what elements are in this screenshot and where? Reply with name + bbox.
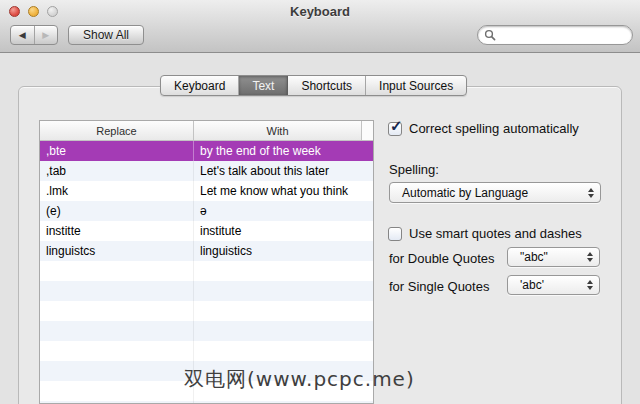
smart-quotes-row: ✓ Use smart quotes and dashes xyxy=(388,226,582,241)
tab-keyboard[interactable]: Keyboard xyxy=(161,76,239,95)
cell-replace xyxy=(40,321,194,341)
replacements-table: Replace With ,bteby the end of the week,… xyxy=(39,120,374,404)
smart-quotes-checkbox[interactable]: ✓ xyxy=(388,227,402,241)
table-row[interactable]: .lmkLet me know what you think xyxy=(40,181,373,201)
cell-with: linguistics xyxy=(194,241,373,261)
tab-text[interactable]: Text xyxy=(239,76,288,95)
nav-button-group: ◀ ▶ xyxy=(10,25,58,45)
stepper-arrows-icon xyxy=(588,188,594,198)
tab-shortcuts[interactable]: Shortcuts xyxy=(288,76,366,95)
correct-spelling-row: ✓ Correct spelling automatically xyxy=(388,121,579,136)
spelling-select-value: Automatic by Language xyxy=(402,186,528,200)
replacements-table-body: ,bteby the end of the week,tabLet's talk… xyxy=(40,141,373,404)
tabs-bar: Keyboard Text Shortcuts Input Sources xyxy=(160,75,467,96)
forward-arrow-icon: ▶ xyxy=(42,30,49,40)
cell-with: Let's talk about this later xyxy=(194,161,373,181)
back-arrow-icon: ◀ xyxy=(19,30,26,40)
double-quotes-select-value: "abc" xyxy=(520,250,548,264)
cell-with: Let me know what you think xyxy=(194,181,373,201)
table-row-empty[interactable] xyxy=(40,321,373,341)
table-row-empty[interactable] xyxy=(40,341,373,361)
correct-spelling-label: Correct spelling automatically xyxy=(409,121,579,136)
checkmark-icon: ✓ xyxy=(390,117,403,135)
column-header-replace[interactable]: Replace xyxy=(40,121,194,140)
cell-replace xyxy=(40,281,194,301)
cell-replace: institte xyxy=(40,221,194,241)
cell-replace: linguistcs xyxy=(40,241,194,261)
cell-with xyxy=(194,261,373,281)
cell-replace: .lmk xyxy=(40,181,194,201)
single-quotes-label: for Single Quotes xyxy=(389,279,489,294)
table-row-empty[interactable] xyxy=(40,301,373,321)
correct-spelling-checkbox[interactable]: ✓ xyxy=(388,122,402,136)
table-row[interactable]: (e)ə xyxy=(40,201,373,221)
smart-quotes-label: Use smart quotes and dashes xyxy=(409,226,582,241)
table-row[interactable]: ,bteby the end of the week xyxy=(40,141,373,161)
table-row[interactable]: linguistcslinguistics xyxy=(40,241,373,261)
cell-replace xyxy=(40,361,194,381)
cell-replace xyxy=(40,381,194,401)
cell-replace xyxy=(40,341,194,361)
stepper-arrows-icon xyxy=(587,252,593,262)
forward-button: ▶ xyxy=(34,26,58,44)
search-icon xyxy=(484,29,496,41)
cell-replace xyxy=(40,301,194,321)
table-row[interactable]: ,tabLet's talk about this later xyxy=(40,161,373,181)
spelling-label: Spelling: xyxy=(389,162,439,177)
double-quotes-label: for Double Quotes xyxy=(389,251,495,266)
table-row-empty[interactable] xyxy=(40,281,373,301)
cell-with: ə xyxy=(194,201,373,221)
double-quotes-select[interactable]: "abc" xyxy=(507,247,600,267)
scrollbar-corner xyxy=(362,121,373,140)
column-header-with[interactable]: With xyxy=(194,121,362,140)
cell-replace: (e) xyxy=(40,201,194,221)
search-field[interactable] xyxy=(477,25,633,45)
single-quotes-select-value: 'abc' xyxy=(520,278,544,292)
search-input[interactable] xyxy=(500,28,626,42)
back-button[interactable]: ◀ xyxy=(11,26,34,44)
show-all-button[interactable]: Show All xyxy=(68,25,144,45)
table-header: Replace With xyxy=(40,121,373,141)
window-title: Keyboard xyxy=(0,4,640,19)
window-chrome: Keyboard ◀ ▶ Show All xyxy=(0,0,640,53)
cell-replace: ,tab xyxy=(40,161,194,181)
cell-with xyxy=(194,301,373,321)
cell-with: institute xyxy=(194,221,373,241)
table-row[interactable]: institteinstitute xyxy=(40,221,373,241)
keyboard-preferences-window: Keyboard ◀ ▶ Show All Keyboard Text Shor… xyxy=(0,0,640,404)
spelling-select[interactable]: Automatic by Language xyxy=(389,182,601,203)
cell-replace: ,bte xyxy=(40,141,194,161)
cell-with xyxy=(194,321,373,341)
cell-replace xyxy=(40,261,194,281)
table-row-empty[interactable] xyxy=(40,261,373,281)
cell-with xyxy=(194,281,373,301)
stepper-arrows-icon xyxy=(587,280,593,290)
tab-input-sources[interactable]: Input Sources xyxy=(366,76,466,95)
watermark-text: 双电网(www.pcpc.me) xyxy=(184,366,415,393)
cell-with: by the end of the week xyxy=(194,141,373,161)
single-quotes-select[interactable]: 'abc' xyxy=(507,275,600,295)
cell-with xyxy=(194,341,373,361)
